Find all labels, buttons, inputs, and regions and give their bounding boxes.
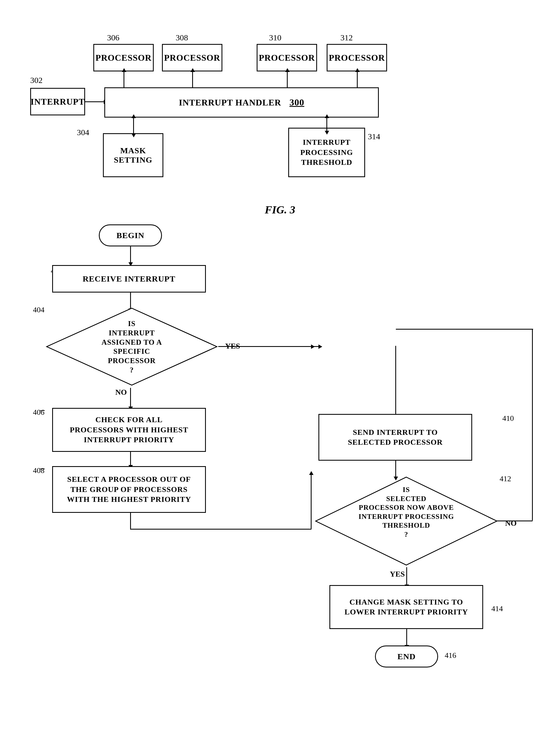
diamond2-container: ISSELECTEDPROCESSOR NOW ABOVEINTERRUPT P…	[313, 475, 500, 568]
no2-label: NO	[505, 519, 517, 528]
fig3-diagram: 306 PROCESSOR 308 PROCESSOR 310 PROCESSO…	[22, 27, 543, 198]
label-304: 304	[77, 128, 89, 137]
page: 306 PROCESSOR 308 PROCESSOR 310 PROCESSO…	[0, 0, 560, 754]
arrow-312-handler	[357, 72, 358, 88]
fig4-diagram: BEGIN 402 RECEIVE INTERRUPT 404 ISINTERR…	[22, 225, 543, 746]
arrow-408	[40, 466, 45, 471]
end-node: END	[375, 645, 438, 668]
label-308: 308	[176, 33, 188, 42]
arrow-select-down	[130, 513, 131, 529]
fig3-caption: FIG. 3	[22, 203, 538, 216]
arrow-yes-to-send	[395, 346, 396, 414]
arrow-yes1	[218, 346, 312, 347]
processor-310: PROCESSOR	[257, 44, 317, 72]
interrupt-box: INTERRUPT	[30, 88, 85, 115]
arrow-check-select	[130, 452, 131, 466]
arrow-no1	[130, 388, 131, 407]
interrupt-handler-box: INTERRUPT HANDLER 300	[104, 88, 379, 118]
send-interrupt-box: SEND INTERRUPT TO SELECTED PROCESSOR	[318, 414, 472, 461]
label-310: 310	[269, 33, 281, 42]
threshold-box: INTERRUPT PROCESSING THRESHOLD	[288, 128, 365, 177]
arrow-no2-left	[396, 329, 533, 330]
arrow-begin-receive	[130, 246, 131, 263]
check-processors-box: CHECK FOR ALL PROCESSORS WITH HIGHEST IN…	[52, 408, 206, 452]
arrow-yes2-down	[406, 567, 407, 585]
processor-312: PROCESSOR	[327, 44, 387, 72]
label-404: 404	[33, 306, 44, 314]
fig4-caption: FIG. 4	[22, 752, 538, 754]
no1-label: NO	[115, 388, 127, 397]
label-314: 314	[368, 132, 380, 141]
arrow-join-send	[311, 346, 319, 347]
yes2-label: YES	[390, 570, 405, 579]
arrow-306-handler	[123, 72, 124, 88]
arrow-no2-up	[532, 329, 533, 521]
arrow-select-right	[130, 529, 311, 529]
label-412: 412	[500, 475, 511, 483]
arrow-406	[40, 408, 45, 413]
diamond1-svg: ISINTERRUPTASSIGNED TO A SPECIFICPROCESS…	[44, 306, 220, 388]
select-processor-box: SELECT A PROCESSOR OUT OF THE GROUP OF P…	[52, 466, 206, 513]
processor-306: PROCESSOR	[93, 44, 154, 72]
arrow-handler-threshold	[326, 118, 327, 131]
diamond1-container: ISINTERRUPTASSIGNED TO A SPECIFICPROCESS…	[44, 306, 220, 388]
label-410: 410	[502, 414, 514, 423]
begin-node: BEGIN	[99, 225, 162, 246]
label-414: 414	[492, 604, 503, 613]
arrow-308-handler	[192, 72, 193, 88]
arrow-change-end	[406, 629, 407, 645]
arrow-handler-mask	[133, 118, 134, 134]
arrow-310-handler	[287, 72, 288, 88]
diamond2-svg: ISSELECTEDPROCESSOR NOW ABOVEINTERRUPT P…	[313, 475, 500, 568]
receive-interrupt-box: RECEIVE INTERRUPT	[52, 265, 206, 292]
arrow-interrupt-handler	[85, 101, 104, 102]
processor-308: PROCESSOR	[162, 44, 222, 72]
label-312: 312	[340, 33, 353, 42]
label-302: 302	[30, 76, 43, 85]
label-416: 416	[445, 651, 456, 660]
change-mask-box: CHANGE MASK SETTING TO LOWER INTERRUPT P…	[329, 585, 483, 629]
arrow-select-up	[311, 475, 312, 529]
label-306: 306	[107, 33, 119, 42]
mask-setting-box: MASK SETTING	[103, 133, 163, 177]
arrow-no2-right	[497, 521, 533, 521]
